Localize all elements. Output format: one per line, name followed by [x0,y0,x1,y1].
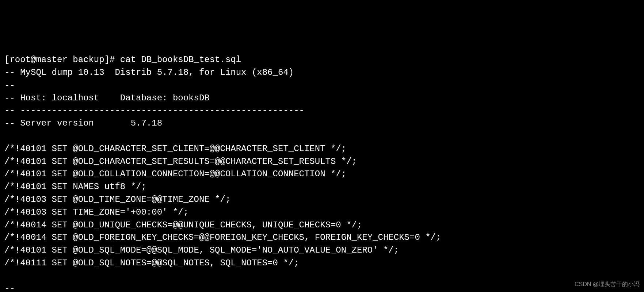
terminal-line: /*!40103 SET TIME_ZONE='+00:00' */; [4,207,188,217]
terminal-line: -- [4,80,15,90]
terminal-line: /*!40101 SET @OLD_SQL_MODE=@@SQL_MODE, S… [4,245,399,255]
terminal-line: /*!40101 SET NAMES utf8 */; [4,182,146,192]
terminal-line: /*!40101 SET @OLD_CHARACTER_SET_CLIENT=@… [4,144,346,154]
terminal-line: /*!40014 SET @OLD_FOREIGN_KEY_CHECKS=@@F… [4,233,441,242]
terminal-line: -- -------------------------------------… [4,105,304,115]
terminal-line: -- Host: localhost Database: booksDB [4,93,210,103]
terminal-output[interactable]: [root@master backup]# cat DB_booksDB_tes… [4,54,640,292]
terminal-line: /*!40101 SET @OLD_COLLATION_CONNECTION=@… [4,169,346,179]
terminal-line: -- [4,284,15,292]
terminal-line: /*!40103 SET @OLD_TIME_ZONE=@@TIME_ZONE … [4,195,230,204]
terminal-line: -- Server version 5.7.18 [4,118,162,128]
terminal-line: /*!40101 SET @OLD_CHARACTER_SET_RESULTS=… [4,157,357,166]
terminal-line: /*!40014 SET @OLD_UNIQUE_CHECKS=@@UNIQUE… [4,220,362,230]
terminal-line: /*!40111 SET @OLD_SQL_NOTES=@@SQL_NOTES,… [4,258,299,268]
terminal-line: [root@master backup]# cat DB_booksDB_tes… [4,55,241,65]
watermark-text: CSDN @埋头苦干的小冯 [575,280,640,288]
terminal-line: -- MySQL dump 10.13 Distrib 5.7.18, for … [4,68,294,77]
